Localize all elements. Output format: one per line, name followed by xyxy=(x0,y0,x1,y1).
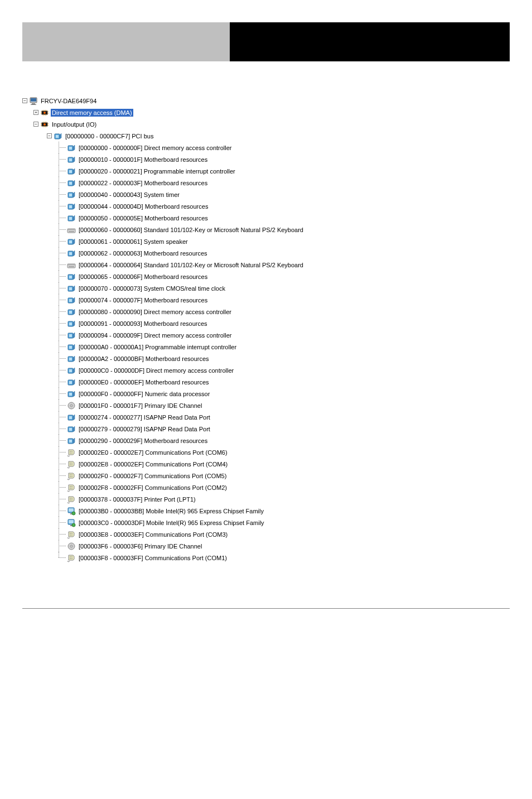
tree-label[interactable]: FRCYV-DAE649F94 xyxy=(40,97,98,105)
tree-leaf[interactable]: [00000070 - 00000073] System CMOS/real t… xyxy=(22,282,510,294)
tree-category[interactable]: +Direct memory access (DMA) xyxy=(22,107,510,118)
tree-leaf[interactable]: [000000A0 - 000000A1] Programmable inter… xyxy=(22,341,510,353)
tree-label[interactable]: [000003E8 - 000003EF] Communications Por… xyxy=(78,531,229,538)
tree-label[interactable]: [000003C0 - 000003DF] Mobile Intel(R) 96… xyxy=(78,519,265,527)
tree-leaf[interactable]: [000003C0 - 000003DF] Mobile Intel(R) 96… xyxy=(22,517,510,528)
tree-label[interactable]: [00000022 - 0000003F] Motherboard resour… xyxy=(78,179,209,187)
tree-root[interactable]: −FRCYV-DAE649F94 xyxy=(22,95,510,107)
tree-label[interactable]: [000002F0 - 000002F7] Communications Por… xyxy=(78,472,228,480)
tree-label[interactable]: Input/output (IO) xyxy=(51,121,98,128)
tree-leaf[interactable]: [000002E8 - 000002EF] Communications Por… xyxy=(22,458,510,470)
expander-icon[interactable]: − xyxy=(22,98,27,103)
expander-icon[interactable]: − xyxy=(47,133,52,138)
tree-label[interactable]: [00000044 - 0000004D] Motherboard resour… xyxy=(78,203,209,210)
tree-branch-line xyxy=(56,423,67,435)
tree-branch-line xyxy=(56,376,67,388)
tree-label[interactable]: [000000E0 - 000000EF] Motherboard resour… xyxy=(78,378,210,386)
tree-branch-line xyxy=(56,552,67,564)
tree-branch-line xyxy=(56,458,67,470)
tree-label[interactable]: [000000A2 - 000000BF] Motherboard resour… xyxy=(78,355,210,363)
tree-label[interactable]: [000000C0 - 000000DF] Direct memory acce… xyxy=(78,367,235,374)
tree-leaf[interactable]: [000002F0 - 000002F7] Communications Por… xyxy=(22,470,510,482)
tree-leaf[interactable]: [000000A2 - 000000BF] Motherboard resour… xyxy=(22,353,510,364)
tree-branch-line xyxy=(56,493,67,505)
tree-label[interactable]: [00000060 - 00000060] Standard 101/102-K… xyxy=(78,226,304,234)
tree-leaf[interactable]: [000000E0 - 000000EF] Motherboard resour… xyxy=(22,376,510,388)
tree-leaf[interactable]: [00000064 - 00000064] Standard 101/102-K… xyxy=(22,259,510,271)
tree-leaf[interactable]: [00000279 - 00000279] ISAPNP Read Data P… xyxy=(22,423,510,435)
tree-leaf[interactable]: [000003F8 - 000003FF] Communications Por… xyxy=(22,552,510,564)
tree-leaf[interactable]: [000003B0 - 000003BB] Mobile Intel(R) 96… xyxy=(22,505,510,517)
tree-leaf[interactable]: [000000F0 - 000000FF] Numeric data proce… xyxy=(22,388,510,399)
tree-leaf[interactable]: [00000065 - 0000006F] Motherboard resour… xyxy=(22,271,510,282)
tree-leaf[interactable]: [00000062 - 00000063] Motherboard resour… xyxy=(22,247,510,259)
tree-label[interactable]: [00000062 - 00000063] Motherboard resour… xyxy=(78,249,209,257)
tree-label[interactable]: [000002F8 - 000002FF] Communications Por… xyxy=(78,484,228,492)
tree-label[interactable]: [00000020 - 00000021] Programmable inter… xyxy=(78,167,236,175)
tree-leaf[interactable]: [000003F6 - 000003F6] Primary IDE Channe… xyxy=(22,540,510,552)
tree-category[interactable]: −Input/output (IO) xyxy=(22,118,510,130)
tree-branch-line xyxy=(56,399,67,411)
tree-label[interactable]: [00000279 - 00000279] ISAPNP Read Data P… xyxy=(78,425,211,433)
tree-leaf[interactable]: [00000050 - 0000005E] Motherboard resour… xyxy=(22,212,510,224)
tree-label[interactable]: [00000065 - 0000006F] Motherboard resour… xyxy=(78,273,209,281)
tree-leaf[interactable]: [00000378 - 0000037F] Printer Port (LPT1… xyxy=(22,493,510,505)
tree-label[interactable]: [00000274 - 00000277] ISAPNP Read Data P… xyxy=(78,413,211,421)
tree-label[interactable]: [00000080 - 00000090] Direct memory acce… xyxy=(78,308,233,316)
tree-label[interactable]: [00000061 - 00000061] System speaker xyxy=(78,238,189,246)
tree-label[interactable]: [000000A0 - 000000A1] Programmable inter… xyxy=(78,343,238,351)
tree-leaf[interactable]: [00000044 - 0000004D] Motherboard resour… xyxy=(22,200,510,212)
device-icon xyxy=(67,307,76,316)
tree-label[interactable]: [000001F0 - 000001F7] Primary IDE Channe… xyxy=(78,402,203,410)
tree-leaf[interactable]: [00000074 - 0000007F] Motherboard resour… xyxy=(22,294,510,306)
tree-leaf[interactable]: [000001F0 - 000001F7] Primary IDE Channe… xyxy=(22,399,510,411)
tree-leaf[interactable]: [00000080 - 00000090] Direct memory acce… xyxy=(22,306,510,317)
tree-branch-line xyxy=(56,505,67,517)
tree-leaf[interactable]: [00000022 - 0000003F] Motherboard resour… xyxy=(22,177,510,189)
tree-leaf[interactable]: [00000020 - 00000021] Programmable inter… xyxy=(22,165,510,177)
device-icon xyxy=(67,249,76,258)
expander-icon[interactable]: + xyxy=(33,110,38,115)
tree-leaf[interactable]: [00000000 - 0000000F] Direct memory acce… xyxy=(22,142,510,153)
tree-leaf[interactable]: [00000040 - 00000043] System timer xyxy=(22,189,510,200)
header-bar xyxy=(22,22,510,61)
tree-leaf[interactable]: [00000010 - 0000001F] Motherboard resour… xyxy=(22,153,510,165)
tree-label[interactable]: [00000010 - 0000001F] Motherboard resour… xyxy=(78,156,209,163)
tree-label[interactable]: [00000074 - 0000007F] Motherboard resour… xyxy=(78,296,209,304)
tree-label[interactable]: [00000091 - 00000093] Motherboard resour… xyxy=(78,320,209,328)
tree-branch-line xyxy=(56,470,67,482)
tree-leaf[interactable]: [00000060 - 00000060] Standard 101/102-K… xyxy=(22,224,510,235)
tree-label[interactable]: [00000064 - 00000064] Standard 101/102-K… xyxy=(78,261,304,269)
tree-leaf[interactable]: [000002E0 - 000002E7] Communications Por… xyxy=(22,446,510,458)
tree-leaf[interactable]: [00000094 - 0000009F] Direct memory acce… xyxy=(22,329,510,341)
tree-leaf[interactable]: [000003E8 - 000003EF] Communications Por… xyxy=(22,528,510,540)
chip-icon xyxy=(40,108,49,117)
tree-label[interactable]: [00000290 - 0000029F] Motherboard resour… xyxy=(78,437,209,445)
tree-label[interactable]: [000002E0 - 000002E7] Communications Por… xyxy=(78,449,229,456)
tree-node[interactable]: −[00000000 - 00000CF7] PCI bus xyxy=(22,130,510,142)
tree-label[interactable]: [00000050 - 0000005E] Motherboard resour… xyxy=(78,214,209,222)
expander-icon[interactable]: − xyxy=(33,122,38,127)
tree-label[interactable]: [00000070 - 00000073] System CMOS/real t… xyxy=(78,285,226,292)
tree-label[interactable]: [00000000 - 00000CF7] PCI bus xyxy=(64,132,154,140)
tree-branch-line xyxy=(56,540,67,552)
tree-leaf[interactable]: [000000C0 - 000000DF] Direct memory acce… xyxy=(22,364,510,376)
tree-label[interactable]: [000003F8 - 000003FF] Communications Por… xyxy=(78,554,228,562)
tree-branch-line xyxy=(56,271,67,282)
tree-leaf[interactable]: [00000274 - 00000277] ISAPNP Read Data P… xyxy=(22,411,510,423)
tree-branch-line xyxy=(56,517,67,528)
tree-leaf[interactable]: [00000061 - 00000061] System speaker xyxy=(22,235,510,247)
tree-label[interactable]: [00000000 - 0000000F] Direct memory acce… xyxy=(78,144,233,152)
tree-leaf[interactable]: [00000091 - 00000093] Motherboard resour… xyxy=(22,317,510,329)
tree-label[interactable]: [00000378 - 0000037F] Printer Port (LPT1… xyxy=(78,495,197,503)
tree-label[interactable]: [000003B0 - 000003BB] Mobile Intel(R) 96… xyxy=(78,507,265,515)
tree-label[interactable]: [000000F0 - 000000FF] Numeric data proce… xyxy=(78,390,211,398)
tree-label[interactable]: [00000040 - 00000043] System timer xyxy=(78,191,181,199)
tree-leaf[interactable]: [000002F8 - 000002FF] Communications Por… xyxy=(22,482,510,493)
tree-label[interactable]: [000003F6 - 000003F6] Primary IDE Channe… xyxy=(78,542,203,550)
tree-label[interactable]: Direct memory access (DMA) xyxy=(51,109,133,117)
tree-branch-line xyxy=(56,224,67,235)
tree-label[interactable]: [000002E8 - 000002EF] Communications Por… xyxy=(78,460,229,468)
tree-label[interactable]: [00000094 - 0000009F] Direct memory acce… xyxy=(78,331,233,339)
tree-leaf[interactable]: [00000290 - 0000029F] Motherboard resour… xyxy=(22,435,510,446)
